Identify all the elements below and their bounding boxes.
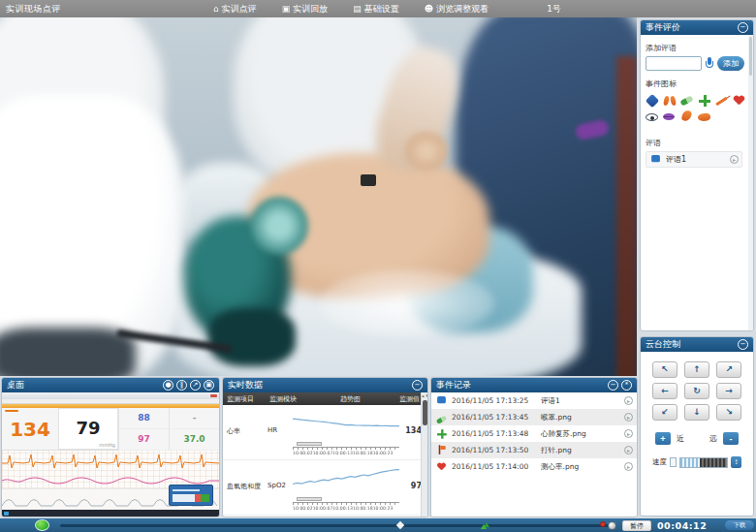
- tab-playback[interactable]: ▣ 实训回放: [282, 3, 329, 16]
- zoom-out-button[interactable]: -: [723, 432, 739, 445]
- chart-range-slider[interactable]: [297, 442, 322, 446]
- row-module: SpO2: [268, 460, 293, 515]
- comment-item-label: 评语1: [666, 154, 726, 165]
- tab-review[interactable]: ⌂ 实训点评: [213, 3, 257, 16]
- comment-input[interactable]: [646, 56, 702, 71]
- eye-icon[interactable]: [646, 110, 659, 124]
- event-time: 2016/11/05 17:13:25: [452, 396, 537, 405]
- realtime-scrollbar[interactable]: [421, 392, 427, 516]
- application-window: 实训现场点评 ⌂ 实训点评 ▣ 实训回放 ▤ 基础设置 ☻ 浏览调整观看 1号: [0, 0, 756, 532]
- row-action-icon[interactable]: ▸: [624, 462, 633, 471]
- realtime-row-hr[interactable]: 心率 HR 10:00:0210:00:0710:00:1310:00:1810…: [223, 405, 427, 460]
- pan-down-left-button[interactable]: ↙: [652, 404, 677, 421]
- event-label: 喉罩.png: [541, 413, 620, 422]
- event-log-row[interactable]: 2016/11/05 17:13:25 评语1 ▸: [431, 392, 637, 409]
- pan-right-button[interactable]: →: [716, 383, 741, 399]
- collapse-icon[interactable]: −: [738, 22, 748, 33]
- nibp-readout: 79 mmHg: [58, 408, 118, 450]
- video-feed[interactable]: [0, 17, 637, 376]
- pan-left-button[interactable]: ←: [652, 383, 677, 399]
- event-log-row[interactable]: 2016/11/05 17:13:45 喉罩.png ▸: [431, 409, 637, 425]
- snapshot-icon[interactable]: ▣: [204, 380, 214, 391]
- zoom-near-label: 近: [677, 433, 684, 444]
- row-action-icon[interactable]: ▸: [624, 413, 633, 422]
- pan-down-button[interactable]: ↓: [684, 404, 709, 421]
- speed-slider[interactable]: [679, 457, 728, 468]
- tab-settings[interactable]: ▤ 基础设置: [353, 3, 399, 16]
- chart-range-slider[interactable]: [297, 497, 322, 501]
- microphone-icon[interactable]: [705, 57, 714, 70]
- add-comment-button[interactable]: 添加: [717, 56, 744, 71]
- playhead-thumb[interactable]: [608, 521, 616, 530]
- event-log-row[interactable]: 2016/11/05 17:14:00 测心率.png ▸: [431, 458, 637, 475]
- diamond-icon[interactable]: [646, 94, 659, 108]
- monitor-screenshot[interactable]: 134 79 mmHg 88 97 - 37.0: [2, 392, 219, 516]
- tab-view-adjust[interactable]: ☻ 浏览调整观看: [425, 3, 488, 16]
- progress-track[interactable]: [60, 524, 609, 527]
- heart-icon[interactable]: [733, 94, 746, 108]
- row-action-icon[interactable]: ▸: [624, 396, 633, 405]
- ptz-panel: 云台控制 − ↖ ↑ ↗ ← ↻ → ↙ ↓ ↘ + 近 远 -: [640, 336, 754, 516]
- cross-icon[interactable]: [698, 94, 711, 108]
- pause-button[interactable]: 暂停: [622, 520, 651, 531]
- comments-scrollbar[interactable]: [748, 35, 753, 330]
- marker-event-red[interactable]: [600, 521, 606, 527]
- camera-number-label[interactable]: 1号: [547, 3, 561, 16]
- export-icon[interactable]: *: [621, 380, 632, 391]
- event-time: 2016/11/05 17:13:48: [452, 429, 537, 438]
- tab-playback-label: 实训回放: [293, 3, 328, 16]
- syringe-icon[interactable]: [715, 94, 729, 108]
- capsule-icon[interactable]: [680, 94, 694, 108]
- ptz-direction-pad: ↖ ↑ ↗ ← ↻ → ↙ ↓ ↘: [652, 361, 741, 421]
- collapse-icon[interactable]: −: [412, 380, 423, 391]
- record-icon[interactable]: ●: [163, 380, 173, 391]
- pause-icon[interactable]: ‖: [176, 380, 187, 391]
- realtime-row-spo2[interactable]: 血氧饱和度 SpO2 10:00:0210:00:0710:00:1310:00…: [223, 460, 427, 516]
- zoom-in-button[interactable]: +: [655, 432, 671, 445]
- marker-event-green[interactable]: [481, 521, 488, 529]
- monitor-popup-dialog: [169, 485, 213, 506]
- clear-icon[interactable]: −: [608, 380, 618, 391]
- download-button[interactable]: 下载: [725, 520, 754, 530]
- pan-up-right-button[interactable]: ↗: [716, 361, 741, 378]
- equipment-left: [0, 328, 136, 376]
- spo2-readout: 97: [118, 429, 169, 451]
- speed-stepper[interactable]: ↕: [731, 456, 741, 468]
- spo2-trend-chart: 10:00:0210:00:0710:00:1310:00:1810:00:23: [293, 460, 399, 515]
- speed-label: 速度: [652, 457, 667, 467]
- event-log-list: 2016/11/05 17:13:25 评语1 ▸ 2016/11/05 17:…: [431, 392, 637, 475]
- row-action-icon[interactable]: ▸: [624, 446, 633, 454]
- bvm-strap: [208, 308, 296, 366]
- realtime-table-header: 监测项目 监测模块 趋势图 监测值: [223, 392, 427, 405]
- pan-down-right-button[interactable]: ↘: [716, 404, 741, 421]
- share-icon[interactable]: ↗: [190, 380, 201, 391]
- liver-icon[interactable]: [698, 110, 711, 124]
- event-log-row[interactable]: 2016/11/05 17:13:50 打针.png ▸: [431, 442, 637, 458]
- event-label: 评语1: [541, 396, 620, 406]
- cpr-hands: [405, 132, 448, 171]
- row-action-icon[interactable]: ▸: [624, 429, 633, 438]
- playback-icon: ▣: [282, 4, 291, 14]
- stomach-icon[interactable]: [680, 110, 694, 124]
- event-icon-grid: [646, 92, 754, 126]
- event-icons-label: 事件图标: [646, 78, 748, 89]
- pan-reset-button[interactable]: ↻: [684, 383, 709, 399]
- top-toolbar: 实训现场点评 ⌂ 实训点评 ▣ 实训回放 ▤ 基础设置 ☻ 浏览调整观看 1号: [0, 0, 756, 17]
- collapse-icon[interactable]: −: [738, 339, 748, 350]
- comment-action-icon[interactable]: ▸: [730, 155, 739, 164]
- row-name: 血氧饱和度: [223, 460, 268, 515]
- lungs-icon[interactable]: [663, 94, 677, 108]
- pan-up-left-button[interactable]: ↖: [652, 361, 677, 378]
- pan-up-button[interactable]: ↑: [684, 361, 709, 378]
- event-log-row[interactable]: 2016/11/05 17:13:48 心肺复苏.png ▸: [431, 425, 637, 442]
- col-monitor-item: 监测项目: [223, 394, 269, 404]
- lips-icon[interactable]: [663, 110, 677, 124]
- event-review-panel: 事件评价 − 添加评语 添加 事件图标 评语: [640, 19, 754, 331]
- event-time: 2016/11/05 17:13:50: [452, 446, 537, 454]
- comment-list-item[interactable]: 评语1 ▸: [646, 151, 742, 168]
- marker-diamond[interactable]: [396, 521, 404, 529]
- event-log-title: 事件记录: [436, 378, 471, 392]
- event-time: 2016/11/05 17:14:00: [452, 462, 537, 471]
- desktop-panel: 桌面 ● ‖ ↗ ▣ 134 79 mmHg: [1, 377, 220, 517]
- hr-value: 134: [2, 408, 58, 451]
